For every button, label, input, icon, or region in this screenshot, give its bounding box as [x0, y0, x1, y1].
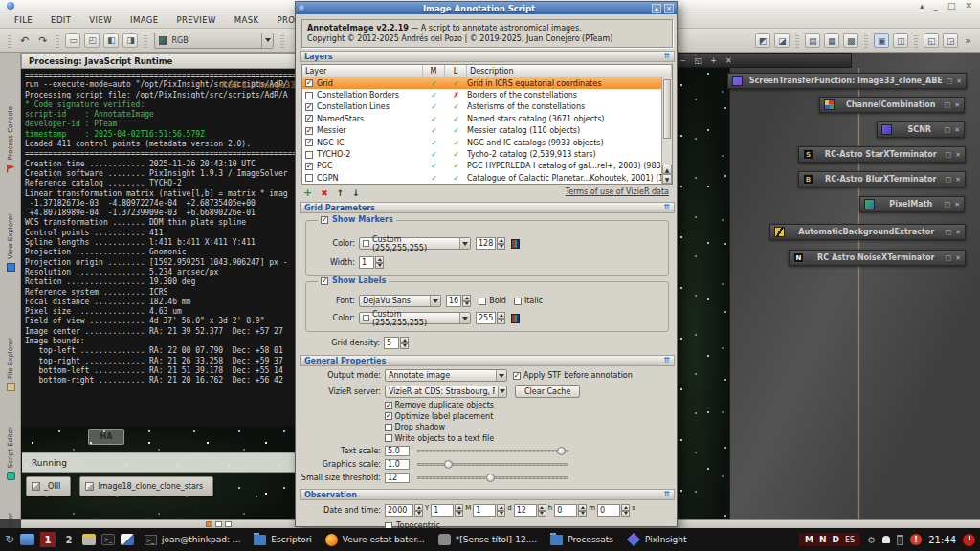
battery-icon[interactable] [897, 535, 903, 545]
toolbar-overflow-icon[interactable]: » [960, 34, 976, 47]
collapse-icon[interactable]: ⇈ [663, 53, 670, 60]
slider-thumb[interactable] [557, 447, 566, 455]
section-observation[interactable]: Observation⇈ [300, 489, 675, 500]
slider-control[interactable] [417, 473, 568, 483]
scroll-down-icon[interactable]: ▼ [662, 174, 672, 184]
screen-off-icon[interactable]: ◫ [893, 33, 908, 48]
layer-visible-checkbox[interactable] [305, 103, 313, 111]
undo-icon[interactable]: ↶ [15, 34, 33, 47]
scrollbar-thumb[interactable] [663, 79, 671, 139]
image-window-titlebar[interactable]: − ◱ + ✕ [670, 53, 852, 68]
slider-value-box[interactable]: 12 [385, 473, 410, 483]
window-settings-icon[interactable]: ◪ [774, 33, 790, 48]
screen-mode-icon[interactable]: ▣ [874, 33, 889, 48]
date-Y-spinner[interactable]: 2000 [385, 504, 423, 517]
process-panel-scnr[interactable]: SCNR□✕ [877, 121, 965, 138]
process-panel-rc-astro-blurxterminator[interactable]: BRC-Astro BlurXTerminator□✕ [798, 171, 966, 187]
sidebar-tab-process-console[interactable]: Process Console [0, 106, 21, 173]
italic-checkbox[interactable] [514, 298, 522, 305]
process-panel-rc-astro-starxterminator[interactable]: SRC-Astro StarXTerminator□✕ [798, 146, 966, 163]
clear-cache-button[interactable]: Clear Cache [515, 385, 580, 398]
maximize-icon[interactable]: □ [947, 0, 956, 11]
marker-color-select[interactable]: Custom (255,255,255) [359, 237, 471, 250]
menu-image[interactable]: IMAGE [130, 15, 158, 25]
restore-icon[interactable]: □ [946, 151, 952, 159]
date-M-spinner[interactable]: 1 [431, 504, 463, 517]
restore-icon[interactable]: □ [945, 126, 951, 134]
restore-icon[interactable]: □ [946, 229, 952, 236]
tray-letter-n[interactable]: N [819, 535, 827, 544]
close-icon[interactable]: ✕ [955, 176, 961, 184]
sidebar-tab-script-editor[interactable]: Script Editor [0, 427, 21, 480]
spinner-arrows[interactable] [497, 504, 505, 517]
tray-letter-d[interactable]: D [833, 535, 839, 544]
close-icon[interactable]: ✕ [956, 77, 962, 85]
bold-checkbox[interactable] [479, 298, 486, 305]
toolbar-handle[interactable] [8, 33, 11, 49]
image-viewer[interactable]: HA Running _OIIIImage18_clone_clone_star… [21, 426, 301, 519]
table-row[interactable]: NGC-IC✓✓NGC and IC catalogs (9933 object… [302, 137, 672, 148]
vizier-terms-link[interactable]: Terms of use of VizieR data [566, 187, 669, 196]
restore-icon[interactable]: □ [947, 77, 953, 85]
spinner-arrows[interactable] [578, 504, 587, 517]
collapse-icon[interactable]: ⇈ [663, 491, 670, 498]
spinner-arrows[interactable] [538, 504, 546, 517]
terminal-launcher-icon[interactable]: >_ [101, 534, 115, 545]
dock-right-icon[interactable]: ◲ [943, 33, 958, 48]
color-picker-icon[interactable] [511, 239, 520, 249]
show-markers-checkbox[interactable] [321, 216, 328, 224]
collapse-icon[interactable]: ⇈ [663, 357, 670, 364]
archive-launcher-icon[interactable] [82, 534, 96, 545]
clock[interactable]: 21:44 [928, 535, 956, 545]
dock-left-icon[interactable]: ◱ [924, 33, 939, 48]
date-s-spinner[interactable]: 0 [597, 504, 630, 517]
move-layer-up-button[interactable]: ↑ [337, 187, 345, 199]
show-labels-checkbox[interactable] [321, 277, 328, 285]
sidebar-tab-file-explorer[interactable]: File Explorer [0, 338, 21, 391]
layer-visible-checkbox[interactable] [305, 115, 313, 122]
restore-icon[interactable]: □ [945, 201, 951, 209]
marker-alpha-spinner[interactable]: 128 [476, 237, 505, 250]
zoom-fit-icon[interactable]: ◱ [695, 56, 702, 65]
process-panel-automaticbackgroundextractor[interactable]: AutomaticBackgroundExtractor□✕ [769, 224, 966, 240]
duplicate-image-icon[interactable]: ◨ [122, 33, 138, 48]
tile-windows-icon[interactable]: ▩ [843, 33, 858, 48]
minimize-icon[interactable]: − [679, 56, 686, 65]
apply-stf-checkbox[interactable] [513, 372, 521, 380]
section-layers[interactable]: Layers⇈ [300, 51, 675, 62]
label-color-select[interactable]: Custom (255,255,255) [359, 312, 471, 324]
console-titlebar[interactable]: Processing: JavaScript Runtime [21, 53, 301, 69]
date-h-spinner[interactable]: 12 [514, 504, 546, 517]
table-row[interactable]: Messier✓✓Messier catalog (110 objects) [302, 125, 672, 137]
add-layer-button[interactable]: + [303, 187, 312, 199]
section-grid-parameters[interactable]: Grid Parameters⇈ [300, 202, 675, 213]
menu-file[interactable]: FILE [14, 15, 33, 25]
layer-visible-checkbox[interactable] [305, 174, 313, 182]
slider-control[interactable] [417, 446, 568, 456]
close-icon[interactable]: ✕ [955, 151, 961, 159]
collapse-icon[interactable]: ⇈ [663, 204, 670, 211]
vizier-server-select[interactable]: VizieR at CDS: Strasbourg, France [385, 386, 507, 398]
close-icon[interactable]: ✕ [725, 56, 732, 65]
spinner-arrows[interactable] [455, 504, 463, 517]
dialog-shade-icon[interactable]: ▲ [652, 4, 661, 13]
process-panel-screentransferfunction-image33-clone-abe[interactable]: ScreenTransferFunction: Image33_clone_AB… [727, 73, 967, 89]
power-button[interactable] [963, 534, 975, 546]
notes-launcher-icon[interactable] [121, 534, 134, 545]
restore-icon[interactable]: □ [946, 176, 952, 184]
task-veure-estat-bater-[interactable]: Veure estat bater... [321, 530, 430, 549]
dialog-titlebar[interactable]: Image Annotation Script ▲ ✕ [296, 2, 677, 14]
table-row[interactable]: Grid✓✓Grid in ICRS equatorial coordinate… [302, 77, 672, 89]
spinner-arrows[interactable] [621, 504, 630, 517]
optimize-label-placement-checkbox[interactable] [385, 412, 392, 420]
table-row[interactable]: TYCHO-2✓✓Tycho-2 catalog (2,539,913 star… [302, 148, 672, 160]
redo-icon[interactable]: ↷ [33, 34, 52, 47]
window-list-icon[interactable] [20, 534, 34, 545]
layer-visible-checkbox[interactable] [305, 151, 313, 159]
task-processats[interactable]: Processats [546, 530, 618, 549]
clone-image-icon[interactable]: ◧ [103, 33, 119, 48]
notifications-icon[interactable] [882, 536, 890, 543]
new-window-icon[interactable]: ◰ [84, 33, 100, 48]
restore-icon[interactable]: □ [945, 101, 951, 109]
date-d-spinner[interactable]: 1 [473, 504, 505, 517]
